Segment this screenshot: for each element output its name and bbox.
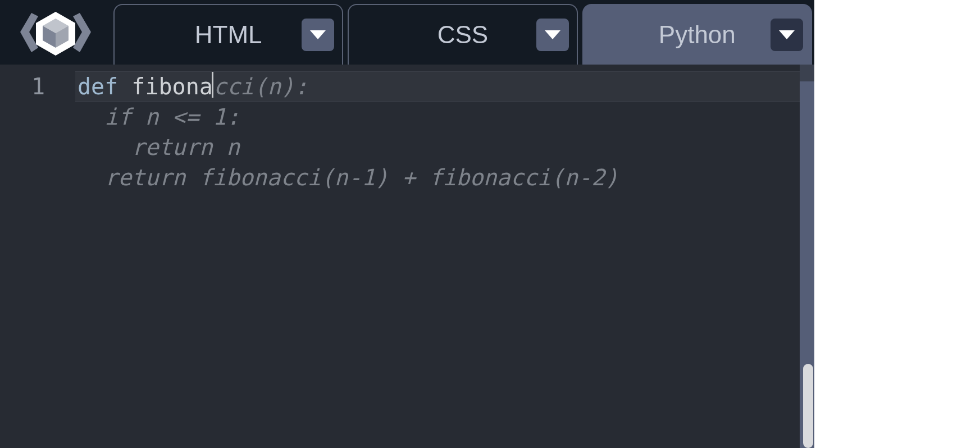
scrollbar-thumb[interactable] <box>803 364 813 448</box>
editor-panel: HTML CSS Python <box>0 0 814 448</box>
editor-body: 1 def fibonacci(n): if n <= 1: return n … <box>0 65 814 448</box>
tab-html[interactable]: HTML <box>113 4 343 65</box>
app-root: HTML CSS Python <box>0 0 980 448</box>
typed-text: fibona <box>118 74 213 99</box>
ghost-suggestion-inline: cci(n): <box>213 74 308 99</box>
svg-marker-0 <box>20 13 38 52</box>
cube-logo-icon <box>13 3 98 62</box>
ghost-suggestion-line: return fibonacci(n-1) + fibonacci(n-2) <box>62 162 814 193</box>
tab-bar: HTML CSS Python <box>111 0 814 65</box>
tab-python-dropdown[interactable] <box>771 19 803 51</box>
chevron-down-icon <box>310 30 326 39</box>
code-area[interactable]: def fibonacci(n): if n <= 1: return n re… <box>62 65 814 448</box>
preview-panel <box>814 0 980 448</box>
tab-python[interactable]: Python <box>582 4 812 65</box>
line-number-gutter: 1 <box>0 65 62 448</box>
vertical-scrollbar[interactable] <box>800 65 814 448</box>
ghost-suggestion-line: return n <box>62 132 814 162</box>
tab-html-dropdown[interactable] <box>302 19 334 51</box>
header: HTML CSS Python <box>0 0 814 65</box>
chevron-down-icon <box>545 30 560 39</box>
app-logo[interactable] <box>0 0 111 65</box>
tab-css[interactable]: CSS <box>348 4 577 65</box>
overview-ruler-mark <box>800 65 814 81</box>
chevron-down-icon <box>779 30 795 39</box>
svg-marker-1 <box>73 13 91 52</box>
ghost-suggestion-line: if n <= 1: <box>62 102 814 132</box>
code-line-1: def fibonacci(n): <box>62 71 814 102</box>
line-number: 1 <box>0 71 45 102</box>
keyword-def: def <box>78 74 118 99</box>
tab-css-dropdown[interactable] <box>536 19 569 51</box>
